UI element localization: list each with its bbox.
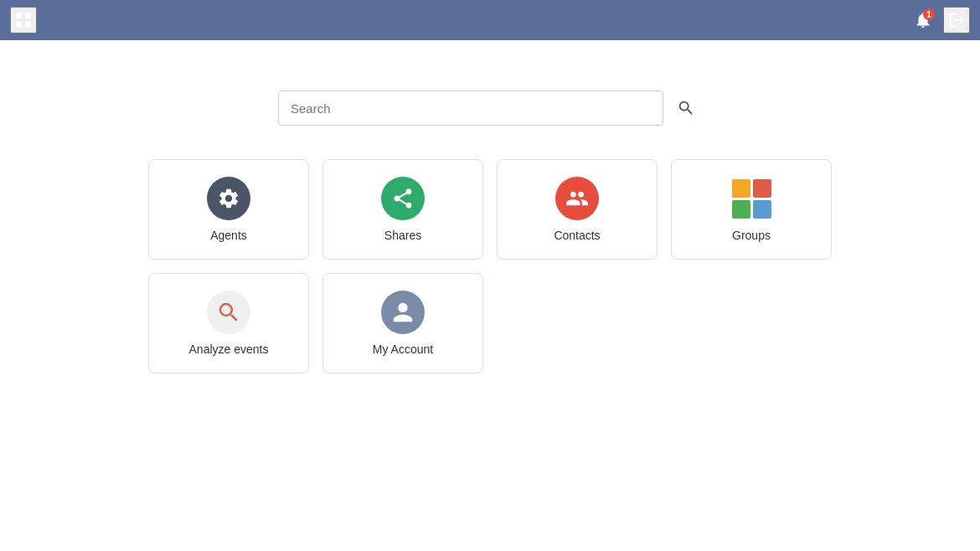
groups-cell-2 [753, 179, 771, 198]
svg-rect-0 [16, 13, 22, 18]
contacts-icon [555, 177, 599, 220]
notification-badge: 1 [923, 8, 935, 20]
tile-contacts[interactable]: Contacts [497, 159, 658, 260]
tile-shares[interactable]: Shares [322, 159, 483, 260]
tile-myaccount[interactable]: My Account [322, 273, 483, 373]
analyze-label: Analyze events [189, 342, 269, 356]
apps-menu-button[interactable] [10, 7, 37, 33]
svg-rect-1 [25, 13, 31, 18]
main-content: Agents Shares Contacts [0, 40, 980, 373]
contacts-label: Contacts [554, 229, 600, 242]
topbar-left [10, 7, 37, 33]
myaccount-label: My Account [373, 342, 433, 356]
tile-analyze[interactable]: Analyze events [148, 273, 309, 373]
agents-label: Agents [210, 229, 247, 242]
svg-rect-3 [25, 22, 31, 28]
agents-icon [207, 177, 250, 220]
tile-groups[interactable]: Groups [671, 159, 832, 260]
search-container [278, 90, 702, 126]
shares-label: Shares [384, 229, 421, 242]
topbar-right: 1 [910, 7, 970, 33]
tiles-grid: Agents Shares Contacts [148, 159, 832, 373]
groups-label: Groups [732, 229, 771, 242]
logout-button[interactable] [943, 7, 970, 33]
search-input[interactable] [278, 90, 663, 126]
notification-button[interactable]: 1 [910, 7, 936, 33]
groups-cell-3 [732, 200, 750, 219]
groups-cell-1 [732, 179, 750, 198]
groups-cell-4 [753, 200, 771, 219]
search-button[interactable] [670, 92, 702, 124]
analyze-icon [207, 291, 250, 334]
myaccount-icon [381, 291, 425, 334]
topbar: 1 [0, 0, 980, 40]
groups-icon [730, 177, 773, 220]
shares-icon [381, 177, 425, 220]
tile-agents[interactable]: Agents [148, 159, 309, 260]
svg-rect-2 [16, 22, 22, 28]
